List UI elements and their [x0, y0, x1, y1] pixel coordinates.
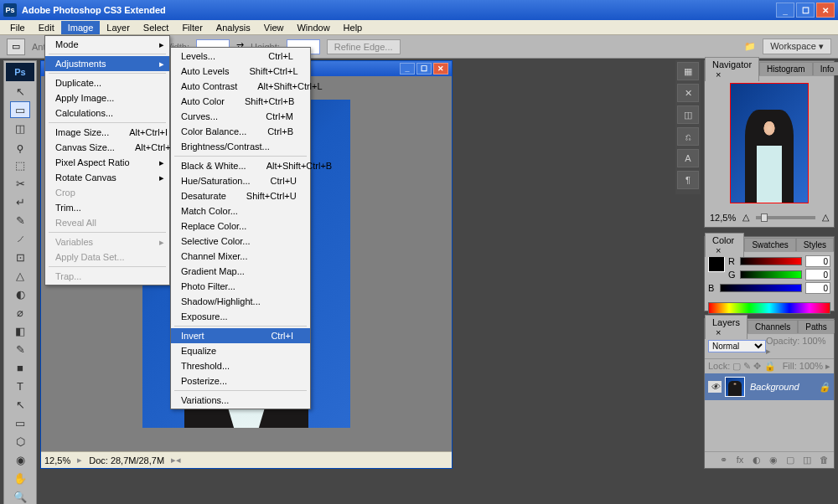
refine-edge-button[interactable]: Refine Edge... — [327, 39, 401, 54]
navigator-zoom[interactable]: 12,5% — [710, 213, 736, 223]
menu-item-color-balance-[interactable]: Color Balance...Ctrl+B — [171, 124, 310, 139]
r-slider[interactable] — [740, 257, 802, 265]
b-value[interactable] — [805, 282, 830, 294]
menu-item-canvas-size-[interactable]: Canvas Size...Alt+Ctrl+C — [45, 140, 169, 155]
group-icon[interactable]: ▢ — [784, 455, 797, 466]
menu-item-auto-contrast[interactable]: Auto ContrastAlt+Shift+Ctrl+L — [171, 79, 310, 94]
menu-help[interactable]: Help — [337, 21, 370, 34]
menu-item-match-color-[interactable]: Match Color... — [171, 203, 310, 219]
navigator-thumbnail[interactable] — [730, 83, 809, 203]
maximize-button[interactable]: ☐ — [796, 3, 815, 18]
menu-item-black-white-[interactable]: Black & White...Alt+Shift+Ctrl+B — [171, 158, 310, 173]
tool-10[interactable]: △ — [10, 267, 30, 284]
minimize-button[interactable]: _ — [776, 3, 794, 18]
layer-row[interactable]: 👁 Background 🔒 — [705, 373, 834, 400]
zoom-out-icon[interactable]: △ — [742, 212, 749, 223]
tool-14[interactable]: ✎ — [10, 341, 30, 357]
menu-item-invert[interactable]: InvertCtrl+I — [171, 328, 310, 343]
close-button[interactable]: ✕ — [816, 3, 835, 18]
color-panel-swatch[interactable] — [708, 255, 725, 272]
tab-styles[interactable]: Styles — [796, 238, 834, 251]
tool-11[interactable]: ◐ — [10, 285, 30, 302]
opacity-value[interactable]: 100% — [802, 336, 825, 346]
delete-layer-icon[interactable]: 🗑 — [817, 455, 830, 466]
doc-maximize-button[interactable]: ☐ — [416, 63, 432, 75]
b-slider[interactable] — [720, 284, 802, 292]
zoom-in-icon[interactable]: △ — [822, 212, 829, 223]
tool-16[interactable]: T — [10, 378, 30, 394]
menu-item-hue-saturation-[interactable]: Hue/Saturation...Ctrl+U — [171, 173, 310, 188]
menu-layer[interactable]: Layer — [100, 21, 137, 34]
tool-19[interactable]: ⬡ — [10, 433, 30, 450]
menu-item-variations-[interactable]: Variations... — [171, 393, 310, 408]
tool-5[interactable]: ✂ — [10, 175, 30, 192]
tool-13[interactable]: ◧ — [10, 322, 30, 339]
menu-view[interactable]: View — [257, 21, 291, 34]
menu-item-equalize[interactable]: Equalize — [171, 343, 310, 358]
tool-3[interactable]: ϙ — [10, 138, 30, 155]
dock-icon-2[interactable]: ✕ — [677, 84, 699, 102]
dock-icon-6[interactable]: ¶ — [677, 171, 699, 189]
menu-item-image-size-[interactable]: Image Size...Alt+Ctrl+I — [45, 125, 169, 140]
doc-minimize-button[interactable]: _ — [400, 63, 415, 75]
tool-12[interactable]: ⌀ — [10, 304, 30, 321]
menu-item-replace-color-[interactable]: Replace Color... — [171, 219, 310, 234]
menu-filter[interactable]: Filter — [175, 21, 209, 34]
layer-mask-icon[interactable]: ◐ — [750, 455, 763, 466]
color-spectrum[interactable] — [708, 302, 830, 314]
menu-item-adjustments[interactable]: Adjustments▸ — [45, 56, 169, 71]
tool-6[interactable]: ↵ — [10, 193, 30, 210]
tool-0[interactable]: ↖ — [10, 83, 30, 100]
g-slider[interactable] — [740, 270, 802, 279]
close-icon[interactable]: × — [712, 327, 724, 337]
zoom-slider[interactable] — [756, 216, 815, 219]
close-icon[interactable]: × — [712, 69, 724, 80]
tool-7[interactable]: ✎ — [10, 212, 30, 229]
dock-icon-4[interactable]: ⎌ — [677, 127, 699, 146]
menu-select[interactable]: Select — [137, 21, 176, 34]
bridge-icon[interactable]: 📁 — [744, 41, 756, 52]
menu-analysis[interactable]: Analysis — [210, 21, 257, 34]
menu-image[interactable]: Image — [61, 21, 101, 34]
tool-8[interactable]: ⟋ — [10, 230, 30, 247]
tool-4[interactable]: ⬚ — [10, 157, 30, 173]
menu-item-pixel-aspect-ratio[interactable]: Pixel Aspect Ratio▸ — [45, 155, 169, 170]
tool-17[interactable]: ↖ — [10, 396, 30, 413]
menu-item-auto-color[interactable]: Auto ColorShift+Ctrl+B — [171, 94, 310, 109]
menu-item-rotate-canvas[interactable]: Rotate Canvas▸ — [45, 170, 169, 185]
tab-histogram[interactable]: Histogram — [759, 62, 813, 75]
doc-close-button[interactable]: ✕ — [433, 63, 448, 75]
tool-21[interactable]: ✋ — [10, 470, 30, 486]
menu-item-auto-levels[interactable]: Auto LevelsShift+Ctrl+L — [171, 64, 310, 79]
tab-layers[interactable]: Layers × — [705, 315, 747, 339]
tool-22[interactable]: 🔍 — [10, 488, 30, 504]
layer-name[interactable]: Background — [750, 382, 799, 392]
zoom-level[interactable]: 12,5% — [44, 455, 70, 465]
new-layer-icon[interactable]: ◫ — [800, 455, 814, 466]
layer-style-icon[interactable]: fx — [733, 455, 747, 466]
menu-item-shadow-highlight-[interactable]: Shadow/Highlight... — [171, 294, 310, 309]
menu-window[interactable]: Window — [290, 21, 336, 34]
tab-navigator[interactable]: Navigator × — [705, 57, 759, 81]
tool-9[interactable]: ⊡ — [10, 249, 30, 265]
menu-item-photo-filter-[interactable]: Photo Filter... — [171, 279, 310, 294]
menu-item-desaturate[interactable]: DesaturateShift+Ctrl+U — [171, 188, 310, 203]
tool-18[interactable]: ▭ — [10, 414, 30, 431]
menu-item-calculations-[interactable]: Calculations... — [45, 105, 169, 121]
blend-mode-select[interactable]: Normal — [708, 340, 766, 352]
tab-swatches[interactable]: Swatches — [744, 238, 795, 251]
menu-item-exposure-[interactable]: Exposure... — [171, 309, 310, 324]
menu-item-posterize-[interactable]: Posterize... — [171, 373, 310, 388]
menu-file[interactable]: File — [3, 21, 32, 34]
workspace-button[interactable]: Workspace ▾ — [763, 39, 831, 54]
dock-icon-1[interactable]: ▦ — [677, 62, 699, 80]
menu-item-gradient-map-[interactable]: Gradient Map... — [171, 264, 310, 279]
dock-icon-5[interactable]: A — [677, 149, 699, 167]
menu-item-curves-[interactable]: Curves...Ctrl+M — [171, 109, 310, 124]
tool-20[interactable]: ◉ — [10, 451, 30, 468]
menu-item-brightness-contrast-[interactable]: Brightness/Contrast... — [171, 139, 310, 154]
visibility-toggle-icon[interactable]: 👁 — [708, 381, 722, 393]
adjustment-layer-icon[interactable]: ◉ — [767, 455, 780, 466]
g-value[interactable] — [805, 269, 830, 280]
dock-icon-3[interactable]: ◫ — [677, 105, 699, 124]
